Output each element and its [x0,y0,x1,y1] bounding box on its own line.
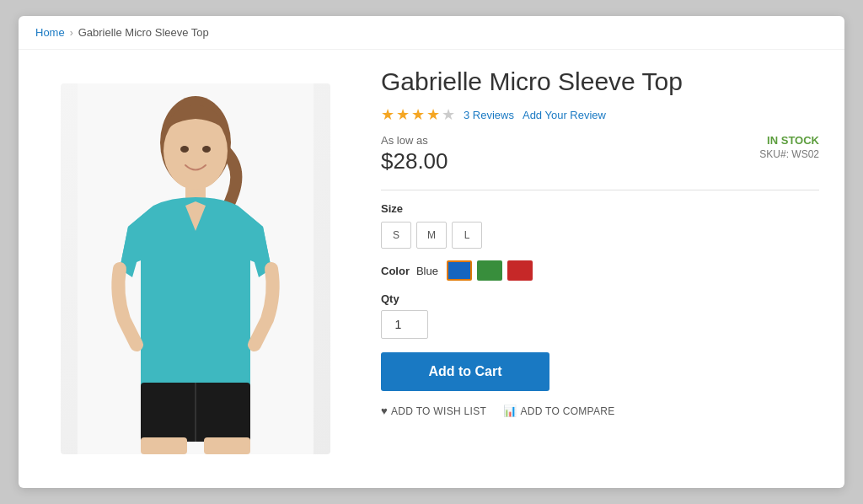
svg-rect-10 [141,437,187,454]
size-label: Size [381,202,819,215]
breadcrumb-current: Gabrielle Micro Sleeve Top [78,26,209,39]
svg-point-4 [180,146,189,153]
star-2: ★ [396,105,410,124]
qty-row: Qty [381,292,819,339]
rating-row: ★ ★ ★ ★ ★ 3 Reviews Add Your Review [381,105,819,124]
divider [381,190,819,190]
color-row: Color Blue [381,260,819,281]
color-selected-name: Blue [416,265,438,277]
main-content: Gabrielle Micro Sleeve Top ★ ★ ★ ★ ★ 3 R… [19,50,844,488]
breadcrumb-separator: › [70,27,73,39]
color-swatch-green[interactable] [477,260,502,281]
star-rating: ★ ★ ★ ★ ★ [381,105,455,124]
breadcrumb: Home › Gabrielle Micro Sleeve Top [19,16,844,50]
product-title: Gabrielle Micro Sleeve Top [381,67,819,97]
compare-icon: 📊 [503,405,517,417]
price-stock-row: As low as $28.00 IN STOCK SKU#: WS02 [381,134,819,174]
color-label-group: Color Blue [381,265,438,277]
qty-label: Qty [381,292,819,305]
product-details: Gabrielle Micro Sleeve Top ★ ★ ★ ★ ★ 3 R… [373,50,844,488]
product-image [61,83,330,454]
wishlist-label: ADD TO WISH LIST [391,405,486,417]
compare-label: ADD TO COMPARE [520,405,614,417]
color-label: Color [381,265,410,277]
svg-point-5 [202,146,211,153]
heart-icon: ♥ [381,405,388,417]
reviews-link[interactable]: 3 Reviews [464,109,514,121]
star-3: ★ [411,105,425,124]
as-low-as-label: As low as [381,134,448,147]
color-swatch-red[interactable] [507,260,533,281]
star-4: ★ [426,105,440,124]
qty-input[interactable] [381,310,428,339]
color-swatch-blue[interactable] [447,260,472,281]
add-to-cart-button[interactable]: Add to Cart [381,352,549,391]
size-btn-m[interactable]: M [416,222,447,249]
sku-info: SKU#: WS02 [759,148,819,160]
add-to-wishlist-link[interactable]: ♥ ADD TO WISH LIST [381,405,486,417]
product-image-area [19,50,373,488]
star-1: ★ [381,105,394,124]
size-btn-s[interactable]: S [381,222,411,249]
price-section: As low as $28.00 [381,134,448,174]
sku-value: WS02 [791,148,819,160]
wishlist-compare-row: ♥ ADD TO WISH LIST 📊 ADD TO COMPARE [381,405,819,417]
add-review-link[interactable]: Add Your Review [523,109,606,121]
breadcrumb-home[interactable]: Home [35,26,65,39]
color-swatches [447,260,533,281]
star-5: ★ [442,105,455,124]
sku-label: SKU#: [759,148,789,160]
in-stock-status: IN STOCK [759,134,819,147]
add-to-compare-link[interactable]: 📊 ADD TO COMPARE [503,405,615,417]
size-btn-l[interactable]: L [452,222,482,249]
product-price: $28.00 [381,148,448,174]
product-card: Home › Gabrielle Micro Sleeve Top [19,16,844,488]
stock-section: IN STOCK SKU#: WS02 [759,134,819,160]
page-container: Home › Gabrielle Micro Sleeve Top [0,0,863,504]
svg-rect-11 [204,437,250,454]
size-options: S M L [381,222,819,249]
